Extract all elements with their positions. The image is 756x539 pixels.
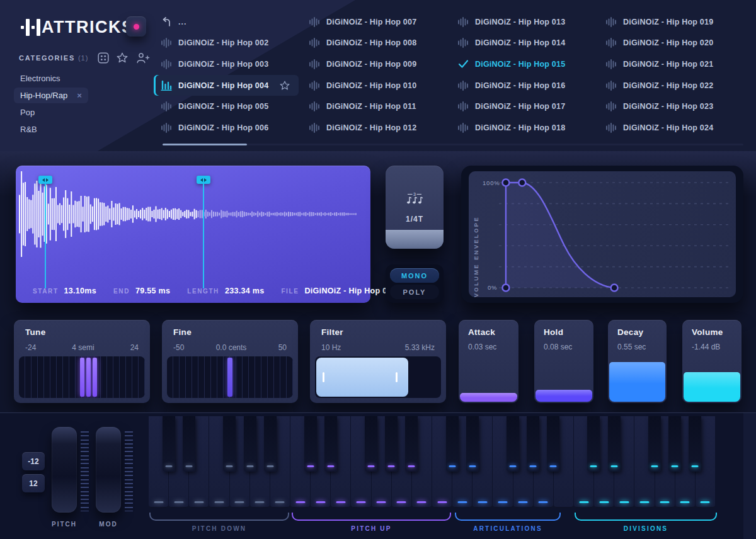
mod-wheel[interactable] xyxy=(96,427,121,513)
key-indicator xyxy=(518,501,528,503)
browser-file-row[interactable]: DiGiNOiZ - Hip Hop 003 xyxy=(154,54,299,75)
end-marker-handle-icon[interactable] xyxy=(197,176,210,184)
key-zone-brackets: PITCH DOWNPITCH UPARTICULATIONSDIVISIONS xyxy=(149,513,715,539)
end-marker[interactable] xyxy=(197,176,210,184)
envelope-point[interactable] xyxy=(502,179,509,186)
star-icon[interactable] xyxy=(280,81,292,91)
browser-file-row[interactable]: DiGiNOiZ - Hip Hop 023 xyxy=(598,96,743,117)
filter-slider[interactable] xyxy=(315,356,441,398)
black-key[interactable] xyxy=(689,416,701,472)
category-item[interactable]: R&B xyxy=(14,122,43,137)
grid-icon[interactable] xyxy=(98,52,109,64)
star-icon[interactable] xyxy=(117,52,128,64)
black-key[interactable] xyxy=(183,416,195,472)
browser-file-row[interactable]: DiGiNOiZ - Hip Hop 010 xyxy=(302,75,447,96)
browser-file-row[interactable]: DiGiNOiZ - Hip Hop 021 xyxy=(598,54,743,75)
rate-slider-handle[interactable] xyxy=(386,230,444,249)
volume-panel[interactable]: Volume -1.44 dB xyxy=(682,320,742,403)
hold-panel[interactable]: Hold 0.08 sec xyxy=(534,320,593,403)
black-key[interactable] xyxy=(365,416,377,472)
browser-scrollbar-thumb[interactable] xyxy=(163,144,247,145)
black-key[interactable] xyxy=(385,416,398,472)
tune-slider-handle[interactable] xyxy=(86,358,91,397)
black-key[interactable] xyxy=(304,416,317,472)
browser-file-row[interactable]: DiGiNOiZ - Hip Hop 002 xyxy=(154,33,299,54)
category-item-label: Electronics xyxy=(20,74,60,83)
logo-mark xyxy=(21,26,24,29)
black-key[interactable] xyxy=(507,416,519,472)
key-indicator xyxy=(356,501,365,503)
envelope-point[interactable] xyxy=(502,285,509,292)
browser-file-row[interactable]: DiGiNOiZ - Hip Hop 005 xyxy=(154,96,299,117)
browser-file-row[interactable]: DiGiNOiZ - Hip Hop 014 xyxy=(450,33,595,54)
categories-header: CATEGORIES (1) xyxy=(19,52,150,64)
start-label: START xyxy=(33,288,59,295)
volume-fill[interactable] xyxy=(684,372,740,402)
rate-selector[interactable]: 3 1/4T xyxy=(386,166,444,249)
black-key[interactable] xyxy=(324,416,337,472)
black-key[interactable] xyxy=(668,416,681,472)
browser-file-row[interactable]: DiGiNOiZ - Hip Hop 013 xyxy=(450,11,595,33)
start-marker-handle-icon[interactable] xyxy=(38,176,52,184)
waveform-panel[interactable]: START 13.10ms END 79.55 ms LENGTH 233.34… xyxy=(16,166,370,303)
envelope-plot[interactable]: VOLUME ENVELOPE 100% 0% xyxy=(469,171,736,297)
black-key[interactable] xyxy=(648,416,661,472)
browser-file-row[interactable]: DiGiNOiZ - Hip Hop 024 xyxy=(598,117,743,139)
mono-button[interactable]: MONO xyxy=(390,268,439,283)
filter-high-handle[interactable] xyxy=(396,372,398,382)
decay-fill[interactable] xyxy=(609,362,665,402)
black-key[interactable] xyxy=(608,416,621,472)
hold-fill[interactable] xyxy=(536,390,592,402)
black-key[interactable] xyxy=(527,416,539,472)
browser-file-row[interactable]: DiGiNOiZ - Hip Hop 020 xyxy=(598,33,743,54)
black-key[interactable] xyxy=(587,416,600,472)
browser-file-row[interactable]: DiGiNOiZ - Hip Hop 012 xyxy=(302,117,447,139)
attack-fill[interactable] xyxy=(460,393,517,402)
black-key[interactable] xyxy=(466,416,479,472)
octave-up-button[interactable]: 12 xyxy=(22,474,45,492)
octave-down-button[interactable]: -12 xyxy=(22,452,45,470)
filter-low-handle[interactable] xyxy=(323,372,324,382)
black-key[interactable] xyxy=(405,416,418,472)
pitch-wheel[interactable] xyxy=(52,427,77,513)
poly-button[interactable]: POLY xyxy=(390,285,439,299)
start-marker[interactable] xyxy=(38,176,52,184)
browser-file-row[interactable]: DiGiNOiZ - Hip Hop 015 xyxy=(450,54,595,75)
browser-file-row[interactable]: DiGiNOiZ - Hip Hop 017 xyxy=(450,96,595,117)
category-item[interactable]: Pop xyxy=(14,105,41,120)
black-key[interactable] xyxy=(547,416,559,472)
user-add-icon[interactable] xyxy=(135,52,150,64)
waveform-icon xyxy=(605,59,617,69)
browser-header: ATTRICKS CATEGORIES (1) xyxy=(0,0,756,151)
category-item[interactable]: Electronics xyxy=(14,71,67,86)
remove-filter-icon[interactable]: × xyxy=(77,91,82,100)
browser-scrollbar[interactable] xyxy=(163,144,743,145)
black-key[interactable] xyxy=(223,416,236,472)
browser-up-row[interactable]: ... xyxy=(154,11,299,33)
black-key[interactable] xyxy=(446,416,459,472)
envelope-point[interactable] xyxy=(518,179,525,186)
fine-slider-handle[interactable] xyxy=(227,358,232,397)
category-item[interactable]: Hip-Hop/Rap× xyxy=(14,88,88,103)
file-name: DiGiNOiZ - Hip Hop 011 xyxy=(326,102,416,111)
browser-file-row[interactable]: DiGiNOiZ - Hip Hop 006 xyxy=(154,117,299,139)
filter-range-fill[interactable] xyxy=(316,358,408,397)
black-key[interactable] xyxy=(244,416,256,472)
envelope-point[interactable] xyxy=(611,285,618,292)
black-key[interactable] xyxy=(264,416,277,472)
power-button[interactable] xyxy=(126,16,146,37)
browser-file-row[interactable]: DiGiNOiZ - Hip Hop 009 xyxy=(302,54,447,75)
black-key[interactable] xyxy=(163,416,175,472)
decay-panel[interactable]: Decay 0.55 sec xyxy=(608,320,667,403)
browser-file-row[interactable]: DiGiNOiZ - Hip Hop 018 xyxy=(450,117,595,139)
browser-file-row[interactable]: DiGiNOiZ - Hip Hop 011 xyxy=(302,96,447,117)
fine-slider[interactable] xyxy=(167,356,293,398)
browser-file-row[interactable]: DiGiNOiZ - Hip Hop 004 xyxy=(154,75,299,96)
tune-slider[interactable] xyxy=(19,356,145,398)
browser-file-row[interactable]: DiGiNOiZ - Hip Hop 008 xyxy=(302,33,447,54)
browser-file-row[interactable]: DiGiNOiZ - Hip Hop 007 xyxy=(302,11,447,33)
browser-file-row[interactable]: DiGiNOiZ - Hip Hop 019 xyxy=(598,11,743,33)
browser-file-row[interactable]: DiGiNOiZ - Hip Hop 016 xyxy=(450,75,595,96)
attack-panel[interactable]: Attack 0.03 sec xyxy=(459,320,518,403)
browser-file-row[interactable]: DiGiNOiZ - Hip Hop 022 xyxy=(598,75,743,96)
